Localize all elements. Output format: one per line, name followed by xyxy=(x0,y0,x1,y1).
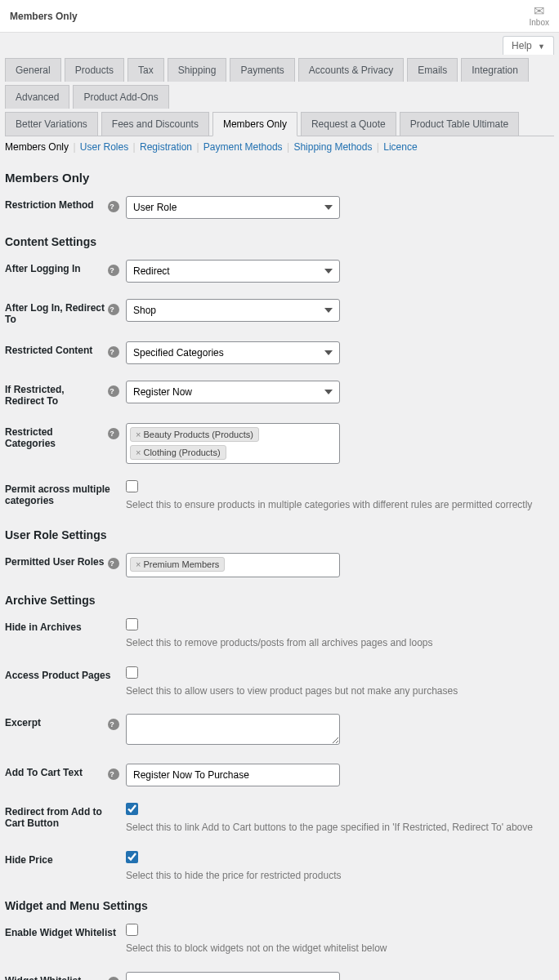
enable-widget-checkbox[interactable] xyxy=(126,924,138,936)
heading-archive-settings: Archive Settings xyxy=(5,594,554,607)
tab-advanced[interactable]: Advanced xyxy=(5,85,69,109)
role-tag: ×Premium Members xyxy=(130,557,225,572)
redirect-cart-checkbox[interactable] xyxy=(126,803,138,815)
tab-product-addons[interactable]: Product Add-Ons xyxy=(73,85,168,109)
after-login-select[interactable]: Redirect xyxy=(126,260,340,283)
heading-content-settings: Content Settings xyxy=(5,235,554,248)
subnav-shipping-methods[interactable]: Shipping Methods xyxy=(293,141,372,153)
tab-request-quote[interactable]: Request a Quote xyxy=(301,112,396,136)
restriction-method-select[interactable]: User Role xyxy=(126,196,340,219)
after-login-redirect-select[interactable]: Shop xyxy=(126,299,340,322)
tab-product-table[interactable]: Product Table Ultimate xyxy=(400,112,520,136)
subnav-current: Members Only xyxy=(5,141,69,153)
add-to-cart-text-input[interactable] xyxy=(126,764,340,786)
tab-payments[interactable]: Payments xyxy=(230,58,294,82)
permitted-roles-input[interactable]: ×Premium Members xyxy=(126,553,340,577)
tab-members-only[interactable]: Members Only xyxy=(212,112,297,136)
inbox-button[interactable]: ✉ Inbox xyxy=(530,5,549,27)
tab-emails[interactable]: Emails xyxy=(407,58,458,82)
remove-tag-icon[interactable]: × xyxy=(136,448,141,457)
redirect-cart-desc: Select this to link Add to Cart buttons … xyxy=(126,821,534,835)
permit-multi-checkbox[interactable] xyxy=(126,480,138,492)
nav-tabs-row2: Better Variations Fees and Discounts Mem… xyxy=(5,109,554,136)
heading-members-only: Members Only xyxy=(5,171,554,185)
heading-user-role-settings: User Role Settings xyxy=(5,528,554,541)
category-tag: ×Clothing (Products) xyxy=(130,445,226,460)
hide-price-checkbox[interactable] xyxy=(126,851,138,863)
subnav-user-roles[interactable]: User Roles xyxy=(80,141,128,153)
help-icon[interactable]: ? xyxy=(108,558,119,569)
subnav-registration[interactable]: Registration xyxy=(140,141,192,153)
help-icon[interactable]: ? xyxy=(108,719,119,730)
permit-multi-desc: Select this to ensure products in multip… xyxy=(126,498,534,512)
remove-tag-icon[interactable]: × xyxy=(136,559,141,569)
help-icon[interactable]: ? xyxy=(108,201,119,212)
restricted-categories-input[interactable]: ×Beauty Products (Products) ×Clothing (P… xyxy=(126,423,340,464)
subnav-payment-methods[interactable]: Payment Methods xyxy=(203,141,283,153)
inbox-icon: ✉ xyxy=(530,5,549,18)
hide-archives-desc: Select this to remove products/posts fro… xyxy=(126,636,534,650)
nav-tabs-row1: General Products Tax Shipping Payments A… xyxy=(5,55,554,109)
access-product-checkbox[interactable] xyxy=(126,666,138,679)
help-icon[interactable]: ? xyxy=(108,346,119,358)
restricted-content-select[interactable]: Specified Categories xyxy=(126,341,340,364)
subnav-licence[interactable]: Licence xyxy=(383,141,417,153)
tab-tax[interactable]: Tax xyxy=(127,58,164,82)
sub-nav: Members Only | User Roles | Registration… xyxy=(0,136,559,158)
help-icon[interactable]: ? xyxy=(108,768,119,780)
help-icon[interactable]: ? xyxy=(108,385,119,397)
help-icon[interactable]: ? xyxy=(108,977,119,980)
help-tab[interactable]: Help ▼ xyxy=(503,36,554,55)
widget-whitelist-textarea[interactable] xyxy=(126,972,340,980)
if-restricted-select[interactable]: Register Now xyxy=(126,381,340,403)
hide-price-desc: Select this to hide the price for restri… xyxy=(126,869,534,883)
tab-general[interactable]: General xyxy=(5,58,61,82)
help-icon[interactable]: ? xyxy=(108,304,119,315)
tab-better-variations[interactable]: Better Variations xyxy=(5,112,98,136)
help-icon[interactable]: ? xyxy=(108,265,119,276)
tab-products[interactable]: Products xyxy=(65,58,124,82)
access-product-desc: Select this to allow users to view produ… xyxy=(126,684,534,698)
tab-integration[interactable]: Integration xyxy=(461,58,529,82)
category-tag: ×Beauty Products (Products) xyxy=(130,427,259,442)
tab-shipping[interactable]: Shipping xyxy=(168,58,227,82)
remove-tag-icon[interactable]: × xyxy=(136,430,141,439)
page-title: Members Only xyxy=(10,11,78,22)
tab-fees-discounts[interactable]: Fees and Discounts xyxy=(101,112,209,136)
top-bar: Members Only ✉ Inbox xyxy=(0,0,559,33)
enable-widget-desc: Select this to block widgets not on the … xyxy=(126,942,534,956)
chevron-down-icon: ▼ xyxy=(538,42,545,51)
help-icon[interactable]: ? xyxy=(108,428,119,439)
heading-widget-settings: Widget and Menu Settings xyxy=(5,899,554,912)
hide-archives-checkbox[interactable] xyxy=(126,618,138,630)
tab-accounts[interactable]: Accounts & Privacy xyxy=(298,58,404,82)
excerpt-textarea[interactable] xyxy=(126,714,340,745)
